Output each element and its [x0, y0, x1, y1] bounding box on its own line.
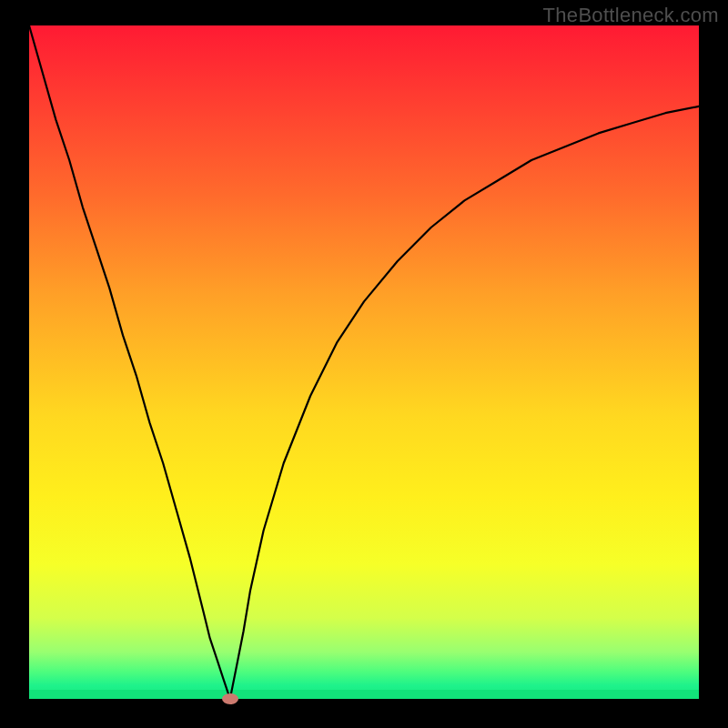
watermark-text: TheBottleneck.com: [543, 4, 719, 27]
minimum-marker: [222, 693, 238, 704]
plot-area: [29, 25, 699, 699]
chart-frame: TheBottleneck.com: [0, 0, 728, 728]
bottleneck-curve: [29, 25, 699, 699]
